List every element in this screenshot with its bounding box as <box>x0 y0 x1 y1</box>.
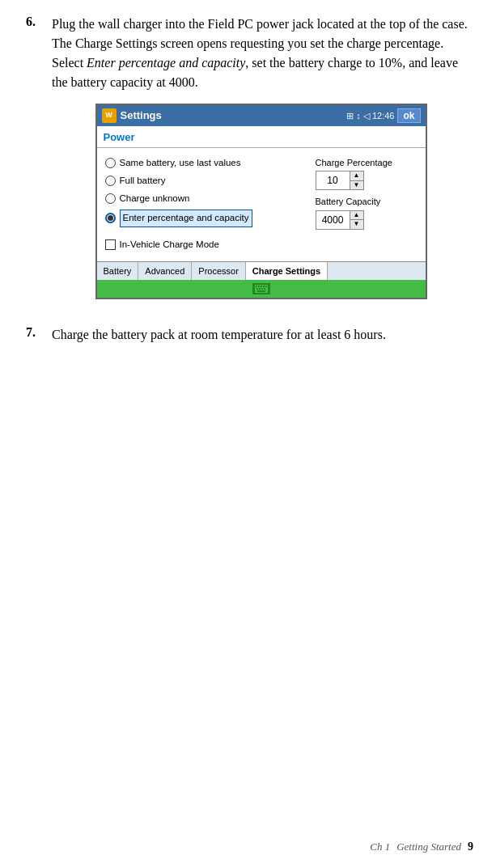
wm-body: Same battery, use last values Full batte… <box>97 151 426 261</box>
wm-radio-3[interactable] <box>105 193 116 204</box>
svg-rect-2 <box>258 286 260 287</box>
charge-percentage-down[interactable]: ▼ <box>350 181 363 190</box>
step-7-number: 7. <box>26 325 44 345</box>
step-6-text: Plug the wall charger into the Field PC … <box>52 15 470 311</box>
battery-capacity-spinbox-btns: ▲ ▼ <box>350 211 363 229</box>
keyboard-svg <box>255 285 268 293</box>
wm-radio-item-4[interactable]: Enter percentage and capacity <box>105 210 312 227</box>
svg-rect-9 <box>264 288 265 290</box>
wm-bottom-bar <box>97 280 426 298</box>
step-6-text-italic: Enter percentage and capacity <box>87 56 245 70</box>
footer-page: 9 <box>468 840 473 853</box>
charge-percentage-spinbox-btns: ▲ ▼ <box>350 171 363 189</box>
wm-ok-button[interactable]: ok <box>397 108 420 123</box>
step-6: 6. Plug the wall charger into the Field … <box>26 15 470 311</box>
wm-title: Settings <box>121 108 162 124</box>
svg-rect-5 <box>265 286 267 287</box>
wm-radio-label-3: Charge unknown <box>120 192 190 205</box>
wm-checkbox-row[interactable]: In-Vehicle Charge Mode <box>105 238 418 252</box>
battery-capacity-value: 4000 <box>316 211 350 229</box>
step-6-number: 6. <box>26 15 44 311</box>
wm-radio-label-1: Same battery, use last values <box>120 156 241 170</box>
svg-rect-3 <box>261 286 262 287</box>
wm-options: Same battery, use last values Full batte… <box>105 156 418 235</box>
battery-capacity-up[interactable]: ▲ <box>350 211 363 221</box>
wm-options-left: Same battery, use last values Full batte… <box>105 156 312 235</box>
wm-section-label: Power <box>97 126 426 148</box>
wm-status-icons: ⊞ ↕ ◁ 12:46 <box>346 109 394 123</box>
charge-percentage-value: 10 <box>316 171 350 189</box>
wm-checkbox[interactable] <box>105 239 116 250</box>
wm-radio-label-4: Enter percentage and capacity <box>120 210 252 227</box>
charge-percentage-spinbox[interactable]: 10 ▲ ▼ <box>316 171 364 190</box>
wm-tab-battery[interactable]: Battery <box>97 262 139 281</box>
page-footer: Ch 1 Getting Started 9 <box>370 840 473 853</box>
wm-radio-1[interactable] <box>105 158 116 168</box>
wm-radio-item-2[interactable]: Full battery <box>105 174 312 188</box>
charge-percentage-up[interactable]: ▲ <box>350 171 363 181</box>
wm-keyboard-icon[interactable] <box>252 283 270 294</box>
svg-rect-4 <box>263 286 265 287</box>
wm-titlebar: W Settings ⊞ ↕ ◁ 12:46 ok <box>97 105 426 126</box>
wm-tab-processor[interactable]: Processor <box>192 262 246 281</box>
svg-rect-6 <box>256 288 258 290</box>
svg-rect-7 <box>259 288 261 290</box>
charge-percentage-label: Charge Percentage <box>316 156 418 170</box>
device-screenshot: W Settings ⊞ ↕ ◁ 12:46 ok Power <box>95 104 427 299</box>
wm-radio-item-3[interactable]: Charge unknown <box>105 192 312 205</box>
wm-tab-charge-settings[interactable]: Charge Settings <box>246 262 328 281</box>
svg-rect-8 <box>261 288 263 290</box>
wm-tab-advanced[interactable]: Advanced <box>138 262 192 281</box>
footer-section: Getting Started <box>396 840 461 853</box>
step-7: 7. Charge the battery pack at room tempe… <box>26 325 470 345</box>
wm-titlebar-left: W Settings <box>102 108 162 124</box>
footer-chapter: Ch 1 <box>370 840 390 853</box>
battery-capacity-spinbox[interactable]: 4000 ▲ ▼ <box>316 210 364 230</box>
wm-radio-2[interactable] <box>105 176 116 186</box>
wm-titlebar-right: ⊞ ↕ ◁ 12:46 ok <box>346 108 420 123</box>
wm-radio-item-1[interactable]: Same battery, use last values <box>105 156 312 170</box>
wm-start-icon[interactable]: W <box>102 108 117 123</box>
wm-radio-label-2: Full battery <box>120 174 166 188</box>
wm-checkbox-label: In-Vehicle Charge Mode <box>120 238 219 252</box>
svg-rect-10 <box>257 290 265 292</box>
wm-options-right: Charge Percentage 10 ▲ ▼ Battery Capacit… <box>312 156 418 235</box>
battery-capacity-label: Battery Capacity <box>316 195 418 209</box>
wm-tabs: Battery Advanced Processor Charge Settin… <box>97 261 426 281</box>
wm-radio-4[interactable] <box>105 213 116 223</box>
battery-capacity-down[interactable]: ▼ <box>350 220 363 229</box>
wm-start-label: W <box>105 110 112 121</box>
svg-rect-1 <box>256 286 257 287</box>
step-7-text: Charge the battery pack at room temperat… <box>52 325 386 345</box>
page-content: 6. Plug the wall charger into the Field … <box>0 0 496 392</box>
